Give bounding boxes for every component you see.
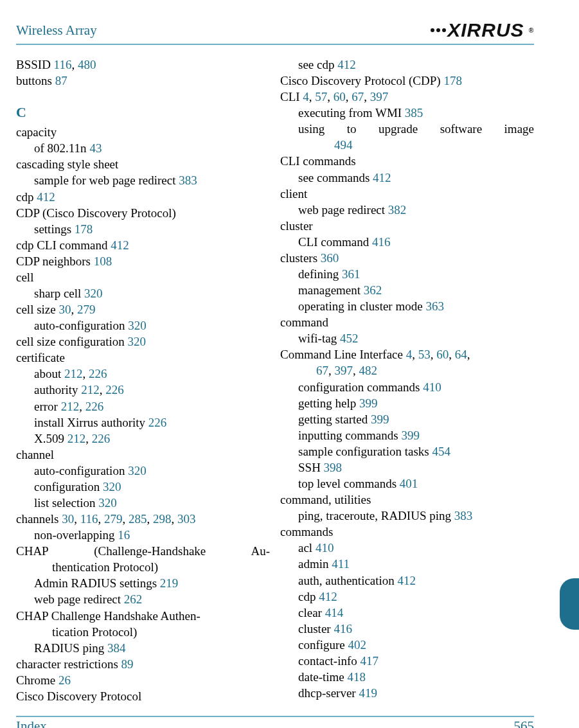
page-reference[interactable]: 452	[340, 332, 359, 345]
page-reference[interactable]: 26	[58, 673, 71, 687]
page-reference[interactable]: 362	[364, 283, 382, 297]
page-reference[interactable]: 383	[454, 509, 473, 522]
page-reference[interactable]: 401	[400, 477, 418, 490]
page-reference[interactable]: 219	[160, 576, 179, 590]
index-columns: BSSID 116, 480buttons 87Ccapacityof 802.…	[16, 57, 534, 704]
brand-logo: XIRRUS®	[431, 19, 534, 41]
logo-dots-icon	[431, 28, 446, 32]
index-term: auto-configuration	[34, 319, 128, 332]
footer-label: Index	[16, 718, 47, 728]
index-entry: inputting commands 399	[280, 427, 534, 443]
page-reference[interactable]: 30	[62, 512, 74, 526]
page-reference[interactable]: 398	[324, 461, 343, 474]
page-reference[interactable]: 494	[334, 138, 353, 152]
page-reference[interactable]: 89	[121, 657, 134, 671]
page-reference[interactable]: 226	[89, 367, 107, 380]
page-reference[interactable]: 397	[335, 364, 353, 377]
page-reference[interactable]: 360	[321, 251, 339, 265]
page-reference[interactable]: 397	[370, 90, 389, 103]
page-reference[interactable]: 262	[124, 592, 143, 606]
index-term: cluster	[298, 622, 334, 635]
index-term: CLI	[280, 90, 303, 103]
page-reference[interactable]: 411	[332, 557, 350, 571]
page-reference[interactable]: 303	[177, 512, 196, 526]
page-reference[interactable]: 87	[55, 74, 67, 87]
index-entry: auto-configuration 320	[16, 463, 270, 479]
page-reference[interactable]: 178	[75, 222, 93, 236]
page-reference[interactable]: 418	[348, 670, 366, 684]
index-term: cell size configuration	[16, 335, 128, 348]
page-reference[interactable]: 402	[348, 638, 367, 652]
page-reference[interactable]: 67	[352, 90, 364, 103]
page-reference[interactable]: 399	[359, 396, 378, 410]
page-reference[interactable]: 60	[334, 90, 346, 103]
index-term: ,	[327, 90, 334, 103]
index-entry: Command Line Interface 4, 53, 60, 64,	[280, 346, 534, 362]
page-reference[interactable]: 419	[359, 686, 377, 700]
page-reference[interactable]: 60	[436, 348, 449, 361]
page-reference[interactable]: 116	[54, 58, 72, 71]
page-reference[interactable]: 399	[401, 429, 420, 442]
page-reference[interactable]: 412	[337, 58, 356, 71]
index-term: configuration commands	[298, 380, 423, 394]
page-reference[interactable]: 412	[319, 590, 337, 603]
page-reference[interactable]: 212	[81, 383, 100, 396]
page-reference[interactable]: 410	[423, 380, 441, 394]
page-reference[interactable]: 279	[77, 303, 96, 316]
page-reference[interactable]: 67	[316, 364, 328, 377]
page-reference[interactable]: 64	[455, 348, 467, 361]
page-reference[interactable]: 226	[105, 383, 124, 396]
index-term: operating in cluster mode	[298, 299, 425, 313]
page-reference[interactable]: 482	[359, 364, 378, 377]
page-reference[interactable]: 382	[388, 203, 407, 217]
page-reference[interactable]: 416	[372, 235, 391, 249]
page-reference[interactable]: 285	[129, 512, 147, 526]
page-reference[interactable]: 320	[128, 319, 147, 332]
page-reference[interactable]: 116	[80, 512, 98, 526]
page-reference[interactable]: 363	[425, 299, 444, 313]
page-reference[interactable]: 212	[67, 432, 86, 445]
page-reference[interactable]: 412	[398, 574, 416, 587]
page-reference[interactable]: 178	[443, 74, 462, 87]
index-term: sample for web page redirect	[34, 173, 179, 187]
page-reference[interactable]: 320	[84, 287, 103, 300]
page-reference[interactable]: 320	[98, 496, 117, 510]
page-reference[interactable]: 385	[405, 106, 423, 120]
index-entry: acl 410	[280, 540, 534, 556]
page-reference[interactable]: 320	[103, 480, 121, 493]
page-reference[interactable]: 4	[303, 90, 309, 103]
index-entry: CDP (Cisco Discovery Protocol)	[16, 205, 270, 221]
page-reference[interactable]: 412	[37, 190, 55, 204]
page-reference[interactable]: 454	[432, 445, 450, 458]
page-reference[interactable]: 480	[78, 58, 96, 71]
page-reference[interactable]: 298	[153, 512, 172, 526]
page-reference[interactable]: 279	[104, 512, 123, 526]
page-reference[interactable]: 383	[179, 173, 197, 187]
page-reference[interactable]: 57	[315, 90, 327, 103]
page-reference[interactable]: 412	[373, 171, 391, 184]
page-reference[interactable]: 399	[371, 413, 389, 426]
page-reference[interactable]: 361	[342, 267, 361, 281]
page-reference[interactable]: 226	[92, 432, 111, 445]
index-term: ,	[412, 348, 418, 361]
page-reference[interactable]: 416	[334, 622, 352, 635]
page-reference[interactable]: 226	[148, 416, 167, 429]
page-reference[interactable]: 212	[61, 400, 80, 413]
page-reference[interactable]: 384	[107, 641, 126, 655]
index-term: date-time	[298, 670, 348, 684]
page-reference[interactable]: 108	[94, 254, 112, 268]
index-term: ,	[328, 364, 335, 377]
page-reference[interactable]: 414	[325, 606, 344, 619]
page-reference[interactable]: 417	[361, 654, 379, 668]
page-reference[interactable]: 320	[128, 464, 147, 477]
page-reference[interactable]: 16	[118, 528, 130, 542]
page-reference[interactable]: 410	[316, 541, 334, 555]
page-reference[interactable]: 320	[128, 335, 147, 348]
page-reference[interactable]: 226	[85, 400, 104, 413]
page-reference[interactable]: 43	[89, 141, 102, 155]
page-reference[interactable]: 30	[58, 303, 71, 316]
page-reference[interactable]: 412	[111, 238, 129, 252]
page-reference[interactable]: 4	[406, 348, 413, 361]
page-reference[interactable]: 53	[418, 348, 431, 361]
page-reference[interactable]: 212	[64, 367, 83, 380]
